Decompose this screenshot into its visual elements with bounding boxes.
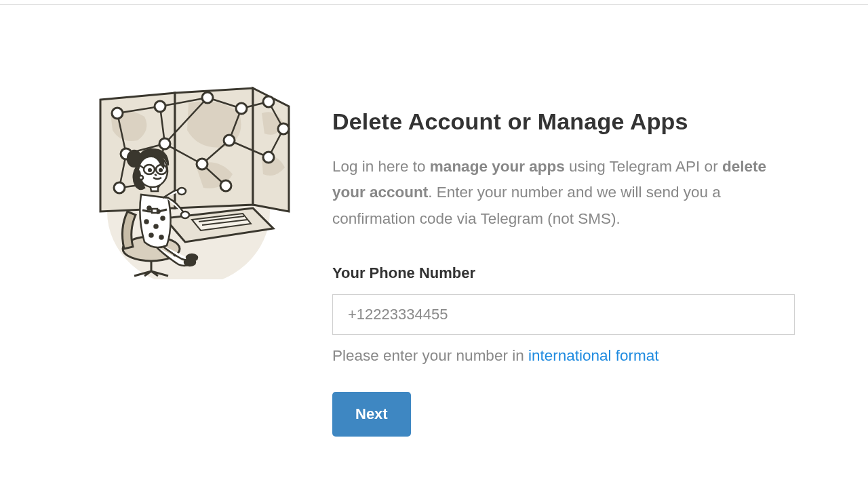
desc-text-2: using Telegram API or (565, 158, 722, 175)
svg-point-27 (160, 236, 163, 239)
svg-point-11 (263, 152, 274, 163)
page-description: Log in here to manage your apps using Te… (332, 154, 795, 232)
svg-point-26 (150, 234, 153, 237)
svg-point-23 (145, 220, 149, 224)
phone-label: Your Phone Number (332, 264, 795, 282)
svg-point-2 (155, 101, 165, 112)
svg-point-21 (148, 207, 151, 210)
svg-rect-28 (152, 209, 157, 213)
svg-point-9 (197, 159, 208, 169)
svg-point-30 (178, 188, 186, 195)
svg-point-20 (186, 254, 197, 261)
svg-point-29 (181, 212, 189, 218)
svg-point-37 (149, 169, 151, 172)
international-format-link[interactable]: international format (528, 347, 659, 364)
svg-point-32 (127, 150, 141, 167)
phone-help-text: Please enter your number in internationa… (332, 347, 795, 365)
svg-point-5 (263, 96, 274, 107)
illustration-wrap (87, 68, 290, 437)
svg-point-1 (112, 108, 123, 119)
svg-point-25 (161, 217, 165, 220)
phone-input[interactable] (332, 294, 795, 335)
svg-point-8 (159, 138, 170, 149)
svg-point-4 (236, 103, 247, 114)
main-container: Delete Account or Manage Apps Log in her… (0, 0, 868, 437)
content-column: Delete Account or Manage Apps Log in her… (332, 68, 795, 437)
svg-point-12 (220, 180, 231, 191)
svg-point-13 (114, 182, 125, 193)
desc-text-1: Log in here to (332, 158, 430, 175)
top-divider (0, 4, 868, 5)
svg-point-39 (139, 176, 143, 180)
svg-point-38 (159, 169, 162, 172)
svg-point-6 (278, 123, 289, 134)
desc-strong-1: manage your apps (430, 158, 565, 175)
telegram-illustration-icon (87, 76, 290, 279)
page-title: Delete Account or Manage Apps (332, 108, 795, 135)
svg-point-24 (155, 225, 158, 228)
help-prefix: Please enter your number in (332, 347, 528, 364)
svg-point-3 (202, 92, 213, 103)
svg-point-10 (224, 135, 235, 146)
next-button[interactable]: Next (332, 392, 411, 437)
